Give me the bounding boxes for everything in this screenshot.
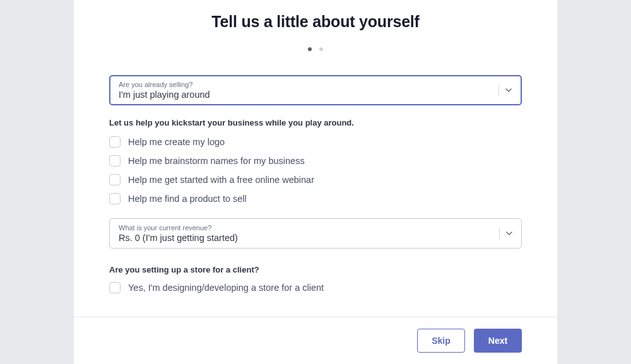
checkbox-label: Help me create my logo xyxy=(128,137,225,147)
step-dot-1 xyxy=(308,47,312,51)
checkbox-client-store[interactable] xyxy=(109,282,121,293)
current-revenue-label: What is your current revenue? xyxy=(119,224,512,232)
help-options-list: Help me create my logo Help me brainstor… xyxy=(109,136,522,204)
current-revenue-value: Rs. 0 (I'm just getting started) xyxy=(119,233,512,243)
checkbox-label: Yes, I'm designing/developing a store fo… xyxy=(128,283,324,293)
footer-actions: Skip Next xyxy=(74,317,557,364)
checkbox-label: Help me brainstorm names for my business xyxy=(128,156,305,166)
list-item: Help me brainstorm names for my business xyxy=(109,155,522,167)
next-button[interactable]: Next xyxy=(474,329,522,353)
list-item: Yes, I'm designing/developing a store fo… xyxy=(109,282,522,293)
current-revenue-select[interactable]: What is your current revenue? Rs. 0 (I'm… xyxy=(109,218,522,249)
dropdown-toggle[interactable] xyxy=(499,228,512,239)
already-selling-value: I'm just playing around xyxy=(119,90,512,100)
dropdown-toggle[interactable] xyxy=(498,85,512,96)
step-indicator xyxy=(109,42,522,54)
checkbox-online-webinar[interactable] xyxy=(109,174,121,185)
skip-button[interactable]: Skip xyxy=(417,329,465,353)
already-selling-select[interactable]: Are you already selling? I'm just playin… xyxy=(109,75,522,105)
chevron-divider xyxy=(498,85,499,96)
content-area: Tell us a little about yourself Are you … xyxy=(74,0,557,293)
already-selling-label: Are you already selling? xyxy=(119,81,512,88)
step-dot-2 xyxy=(319,47,323,51)
list-item: Help me create my logo xyxy=(109,136,522,148)
checkbox-brainstorm-names[interactable] xyxy=(109,155,121,167)
client-question-text: Are you setting up a store for a client? xyxy=(109,265,522,274)
checkbox-label: Help me find a product to sell xyxy=(128,194,247,204)
list-item: Help me get started with a free online w… xyxy=(109,174,522,185)
kickstart-help-text: Let us help you kickstart your business … xyxy=(109,118,522,127)
page-title: Tell us a little about yourself xyxy=(109,13,522,31)
checkbox-label: Help me get started with a free online w… xyxy=(128,175,314,185)
checkbox-create-logo[interactable] xyxy=(109,136,121,148)
chevron-down-icon xyxy=(505,87,512,93)
onboarding-panel: Tell us a little about yourself Are you … xyxy=(74,0,557,364)
checkbox-find-product[interactable] xyxy=(109,193,121,204)
list-item: Help me find a product to sell xyxy=(109,193,522,204)
chevron-divider xyxy=(499,228,500,239)
chevron-down-icon xyxy=(506,230,512,237)
